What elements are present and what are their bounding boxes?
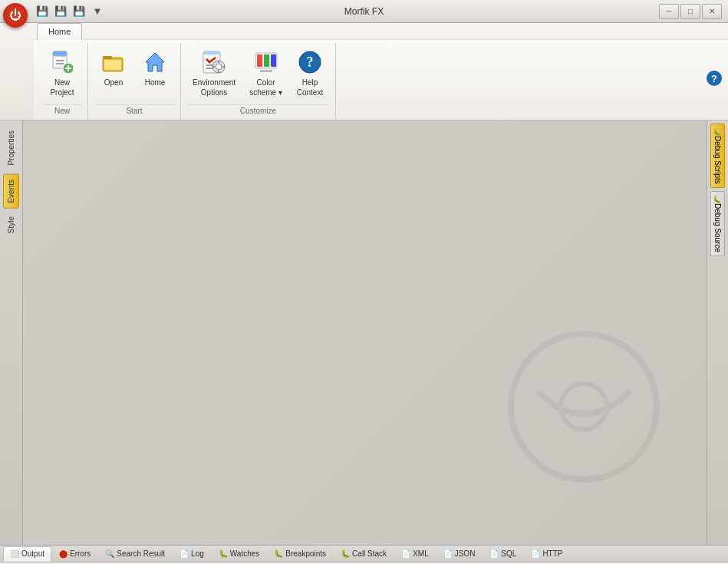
tab-sql[interactable]: 📄 SQL	[483, 546, 523, 562]
svg-marker-11	[146, 53, 164, 71]
environment-options-icon	[200, 48, 228, 76]
open-icon	[100, 48, 127, 76]
sidebar-tab-debug-source[interactable]: 🐛Debug Source	[710, 191, 725, 256]
app-icon[interactable]: ⏻	[3, 3, 28, 28]
app-title: Morfik FX	[344, 6, 384, 17]
environment-options-label: EnvironmentOptions	[193, 78, 236, 97]
help-context-icon: ?	[296, 48, 324, 76]
svg-rect-22	[222, 66, 225, 68]
open-button[interactable]: Open	[94, 45, 133, 91]
log-icon: 📄	[180, 549, 189, 558]
ribbon-group-start: Open Home Start	[88, 43, 181, 120]
svg-rect-25	[264, 54, 269, 67]
json-icon: 📄	[443, 549, 453, 558]
ribbon-group-new: NewProject New	[37, 43, 88, 120]
tab-output[interactable]: ⬜ Output	[3, 546, 51, 562]
save-button-1[interactable]: 💾	[34, 3, 51, 20]
ribbon-group-customize: EnvironmentOptions Colors	[181, 43, 336, 120]
svg-rect-27	[260, 70, 272, 72]
watches-icon: 🐛	[219, 549, 228, 558]
xml-icon: 📄	[401, 549, 410, 558]
search-result-icon: 🔍	[105, 549, 114, 558]
ribbon-tabs: Home	[34, 23, 728, 39]
tab-json-label: JSON	[455, 549, 476, 558]
help-context-button[interactable]: ? HelpContext	[291, 45, 329, 101]
home-label: Home	[145, 78, 166, 87]
tab-search-result[interactable]: 🔍 Search Result	[98, 546, 172, 562]
new-project-label: NewProject	[50, 78, 74, 97]
bottom-tab-bar: ⬜ Output ⬤ Errors 🔍 Search Result 📄 Log …	[0, 546, 728, 562]
left-sidebar: Properties Events Style	[0, 120, 23, 545]
home-icon	[141, 48, 169, 76]
save-button-2[interactable]: 💾	[52, 3, 69, 20]
window-controls: ─ □ ✕	[659, 4, 722, 19]
sidebar-tab-properties[interactable]: Properties	[3, 124, 19, 173]
tab-home[interactable]: Home	[37, 23, 82, 40]
tab-breakpoints[interactable]: 🐛 Breakpoints	[267, 546, 333, 562]
tab-errors[interactable]: ⬤ Errors	[52, 546, 97, 562]
tab-watches-label: Watches	[230, 549, 260, 558]
sidebar-tab-events[interactable]: Events	[3, 174, 19, 209]
svg-rect-9	[103, 56, 112, 59]
svg-rect-19	[218, 61, 219, 63]
minimize-button[interactable]: ─	[659, 4, 679, 19]
svg-text:?: ?	[306, 54, 313, 70]
tab-log[interactable]: 📄 Log	[173, 546, 211, 562]
tab-log-label: Log	[191, 549, 204, 558]
svg-rect-24	[257, 54, 262, 67]
svg-rect-20	[218, 71, 219, 73]
ribbon: Home	[0, 23, 728, 120]
tab-errors-label: Errors	[70, 549, 91, 558]
environment-options-button[interactable]: EnvironmentOptions	[187, 45, 241, 101]
group-customize-label: Customize	[187, 104, 329, 117]
svg-point-30	[511, 334, 657, 480]
right-sidebar: 🐛Debug Scripts 🐛Debug Source	[707, 120, 728, 545]
save-button-3[interactable]: 💾	[71, 3, 87, 20]
tab-watches[interactable]: 🐛 Watches	[212, 546, 267, 562]
call-stack-icon: 🐛	[341, 549, 350, 558]
color-scheme-button[interactable]: Colorscheme ▾	[244, 45, 288, 101]
tab-http[interactable]: 📄 HTTP	[524, 546, 569, 562]
tab-output-label: Output	[21, 549, 44, 558]
sidebar-tab-style[interactable]: Style	[3, 209, 19, 240]
home-button[interactable]: Home	[136, 45, 174, 91]
group-start-label: Start	[94, 104, 174, 117]
tab-search-result-label: Search Result	[117, 549, 165, 558]
tab-call-stack[interactable]: 🐛 Call Stack	[334, 546, 394, 562]
svg-point-18	[216, 64, 222, 70]
svg-point-31	[561, 384, 607, 430]
tab-xml[interactable]: 📄 XML	[394, 546, 436, 562]
errors-icon: ⬤	[59, 549, 68, 558]
sidebar-tab-debug-scripts[interactable]: 🐛Debug Scripts	[710, 124, 725, 188]
open-label: Open	[104, 78, 123, 87]
bottom-panel: ⬜ Output ⬤ Errors 🔍 Search Result 📄 Log …	[0, 545, 728, 564]
svg-rect-26	[271, 54, 276, 67]
tab-json[interactable]: 📄 JSON	[436, 546, 483, 562]
restore-button[interactable]: □	[680, 4, 700, 19]
workspace-watermark	[507, 330, 660, 483]
tab-xml-label: XML	[413, 549, 429, 558]
group-new-label: New	[43, 104, 81, 117]
quick-access-dropdown[interactable]: ▼	[89, 3, 106, 20]
svg-rect-13	[203, 51, 220, 54]
tab-call-stack-label: Call Stack	[352, 549, 387, 558]
help-context-label: HelpContext	[297, 78, 323, 97]
close-button[interactable]: ✕	[702, 4, 722, 19]
new-project-button[interactable]: NewProject	[43, 45, 81, 101]
workspace	[23, 120, 707, 545]
color-scheme-icon	[252, 48, 280, 76]
tab-http-label: HTTP	[542, 549, 562, 558]
output-icon: ⬜	[10, 549, 19, 558]
svg-rect-10	[104, 59, 122, 71]
http-icon: 📄	[531, 549, 540, 558]
tab-breakpoints-label: Breakpoints	[285, 549, 326, 558]
tab-sql-label: SQL	[501, 549, 516, 558]
new-project-icon	[48, 48, 76, 76]
color-scheme-label: Colorscheme ▾	[249, 78, 282, 97]
svg-rect-21	[212, 66, 215, 68]
breakpoints-icon: 🐛	[274, 549, 283, 558]
sql-icon: 📄	[489, 549, 499, 558]
ribbon-help-button[interactable]: ?	[707, 71, 722, 86]
svg-rect-1	[53, 51, 67, 56]
quick-access-toolbar: 💾 💾 💾 ▼	[34, 3, 106, 20]
